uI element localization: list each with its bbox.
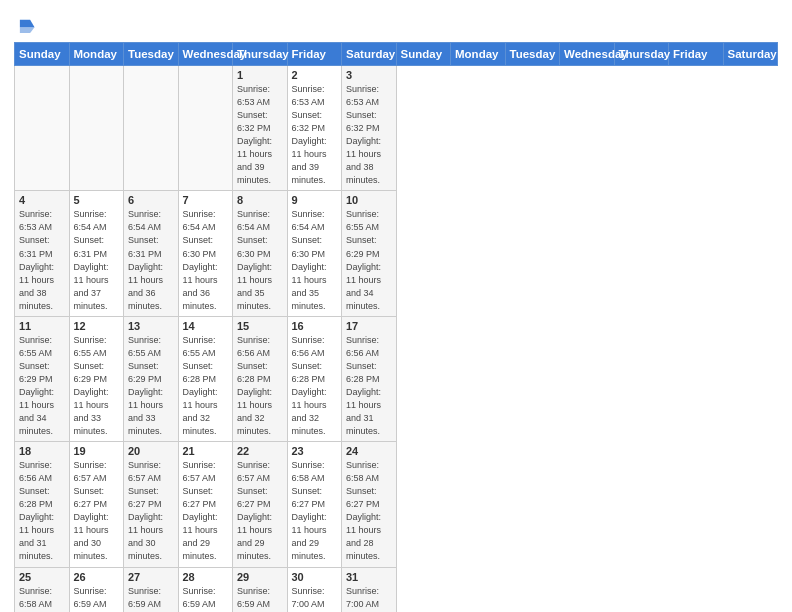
day-info: Sunrise: 7:00 AM Sunset: 6:26 PM Dayligh… [292, 585, 338, 613]
col-header-saturday: Saturday [723, 43, 778, 66]
day-number: 10 [346, 194, 392, 206]
day-info: Sunrise: 6:56 AM Sunset: 6:28 PM Dayligh… [19, 459, 65, 563]
calendar-cell: 3Sunrise: 6:53 AM Sunset: 6:32 PM Daylig… [342, 66, 397, 191]
calendar-cell: 4Sunrise: 6:53 AM Sunset: 6:31 PM Daylig… [15, 191, 70, 316]
calendar-cell: 13Sunrise: 6:55 AM Sunset: 6:29 PM Dayli… [124, 316, 179, 441]
day-info: Sunrise: 6:53 AM Sunset: 6:31 PM Dayligh… [19, 208, 65, 312]
day-number: 25 [19, 571, 65, 583]
col-header-friday: Friday [669, 43, 724, 66]
day-number: 31 [346, 571, 392, 583]
day-number: 6 [128, 194, 174, 206]
day-number: 20 [128, 445, 174, 457]
day-info: Sunrise: 6:59 AM Sunset: 6:26 PM Dayligh… [237, 585, 283, 613]
page: SundayMondayTuesdayWednesdayThursdayFrid… [0, 0, 792, 612]
day-info: Sunrise: 6:54 AM Sunset: 6:30 PM Dayligh… [237, 208, 283, 312]
day-info: Sunrise: 6:55 AM Sunset: 6:29 PM Dayligh… [74, 334, 120, 438]
calendar-cell: 19Sunrise: 6:57 AM Sunset: 6:27 PM Dayli… [69, 442, 124, 567]
calendar-table: SundayMondayTuesdayWednesdayThursdayFrid… [14, 42, 778, 612]
day-number: 1 [237, 69, 283, 81]
day-info: Sunrise: 6:56 AM Sunset: 6:28 PM Dayligh… [292, 334, 338, 438]
calendar-cell: 25Sunrise: 6:58 AM Sunset: 6:27 PM Dayli… [15, 567, 70, 612]
col-header-tuesday: Tuesday [124, 43, 179, 66]
calendar-cell: 17Sunrise: 6:56 AM Sunset: 6:28 PM Dayli… [342, 316, 397, 441]
calendar-week-5: 25Sunrise: 6:58 AM Sunset: 6:27 PM Dayli… [15, 567, 778, 612]
day-number: 26 [74, 571, 120, 583]
svg-marker-0 [20, 20, 35, 27]
calendar-cell: 11Sunrise: 6:55 AM Sunset: 6:29 PM Dayli… [15, 316, 70, 441]
day-info: Sunrise: 6:59 AM Sunset: 6:26 PM Dayligh… [183, 585, 229, 613]
day-info: Sunrise: 6:58 AM Sunset: 6:27 PM Dayligh… [292, 459, 338, 563]
col-header-monday: Monday [69, 43, 124, 66]
calendar-cell: 21Sunrise: 6:57 AM Sunset: 6:27 PM Dayli… [178, 442, 233, 567]
calendar-cell: 10Sunrise: 6:55 AM Sunset: 6:29 PM Dayli… [342, 191, 397, 316]
day-number: 3 [346, 69, 392, 81]
day-number: 12 [74, 320, 120, 332]
calendar-week-1: 1Sunrise: 6:53 AM Sunset: 6:32 PM Daylig… [15, 66, 778, 191]
day-number: 18 [19, 445, 65, 457]
calendar-cell: 26Sunrise: 6:59 AM Sunset: 6:27 PM Dayli… [69, 567, 124, 612]
col-header-saturday: Saturday [342, 43, 397, 66]
col-header-friday: Friday [287, 43, 342, 66]
day-number: 11 [19, 320, 65, 332]
day-info: Sunrise: 6:57 AM Sunset: 6:27 PM Dayligh… [237, 459, 283, 563]
calendar-cell [124, 66, 179, 191]
logo-icon [14, 14, 36, 36]
calendar-week-4: 18Sunrise: 6:56 AM Sunset: 6:28 PM Dayli… [15, 442, 778, 567]
col-header-wednesday: Wednesday [178, 43, 233, 66]
calendar-cell: 28Sunrise: 6:59 AM Sunset: 6:26 PM Dayli… [178, 567, 233, 612]
day-number: 29 [237, 571, 283, 583]
day-number: 27 [128, 571, 174, 583]
day-number: 21 [183, 445, 229, 457]
day-info: Sunrise: 6:57 AM Sunset: 6:27 PM Dayligh… [183, 459, 229, 563]
day-info: Sunrise: 6:57 AM Sunset: 6:27 PM Dayligh… [74, 459, 120, 563]
calendar-cell: 30Sunrise: 7:00 AM Sunset: 6:26 PM Dayli… [287, 567, 342, 612]
calendar-cell: 7Sunrise: 6:54 AM Sunset: 6:30 PM Daylig… [178, 191, 233, 316]
day-info: Sunrise: 6:58 AM Sunset: 6:27 PM Dayligh… [346, 459, 392, 563]
col-header-thursday: Thursday [614, 43, 669, 66]
calendar-cell: 12Sunrise: 6:55 AM Sunset: 6:29 PM Dayli… [69, 316, 124, 441]
header [14, 10, 778, 36]
calendar-cell: 24Sunrise: 6:58 AM Sunset: 6:27 PM Dayli… [342, 442, 397, 567]
day-info: Sunrise: 6:55 AM Sunset: 6:29 PM Dayligh… [346, 208, 392, 312]
day-info: Sunrise: 6:57 AM Sunset: 6:27 PM Dayligh… [128, 459, 174, 563]
calendar-week-3: 11Sunrise: 6:55 AM Sunset: 6:29 PM Dayli… [15, 316, 778, 441]
day-number: 4 [19, 194, 65, 206]
calendar-cell [178, 66, 233, 191]
calendar-week-2: 4Sunrise: 6:53 AM Sunset: 6:31 PM Daylig… [15, 191, 778, 316]
calendar-cell [15, 66, 70, 191]
day-number: 5 [74, 194, 120, 206]
calendar-cell: 31Sunrise: 7:00 AM Sunset: 6:26 PM Dayli… [342, 567, 397, 612]
day-number: 17 [346, 320, 392, 332]
day-info: Sunrise: 6:55 AM Sunset: 6:28 PM Dayligh… [183, 334, 229, 438]
calendar-cell: 16Sunrise: 6:56 AM Sunset: 6:28 PM Dayli… [287, 316, 342, 441]
calendar-cell: 22Sunrise: 6:57 AM Sunset: 6:27 PM Dayli… [233, 442, 288, 567]
svg-marker-1 [20, 27, 35, 33]
day-number: 24 [346, 445, 392, 457]
day-number: 19 [74, 445, 120, 457]
calendar-cell: 2Sunrise: 6:53 AM Sunset: 6:32 PM Daylig… [287, 66, 342, 191]
day-info: Sunrise: 6:55 AM Sunset: 6:29 PM Dayligh… [128, 334, 174, 438]
calendar-cell: 1Sunrise: 6:53 AM Sunset: 6:32 PM Daylig… [233, 66, 288, 191]
day-info: Sunrise: 6:58 AM Sunset: 6:27 PM Dayligh… [19, 585, 65, 613]
day-number: 13 [128, 320, 174, 332]
col-header-monday: Monday [451, 43, 506, 66]
day-number: 14 [183, 320, 229, 332]
day-info: Sunrise: 6:54 AM Sunset: 6:31 PM Dayligh… [74, 208, 120, 312]
day-number: 2 [292, 69, 338, 81]
day-info: Sunrise: 6:55 AM Sunset: 6:29 PM Dayligh… [19, 334, 65, 438]
calendar-cell: 9Sunrise: 6:54 AM Sunset: 6:30 PM Daylig… [287, 191, 342, 316]
col-header-wednesday: Wednesday [560, 43, 615, 66]
day-info: Sunrise: 6:59 AM Sunset: 6:27 PM Dayligh… [128, 585, 174, 613]
day-number: 8 [237, 194, 283, 206]
calendar-header-row: SundayMondayTuesdayWednesdayThursdayFrid… [15, 43, 778, 66]
col-header-tuesday: Tuesday [505, 43, 560, 66]
day-number: 15 [237, 320, 283, 332]
day-number: 9 [292, 194, 338, 206]
day-info: Sunrise: 6:53 AM Sunset: 6:32 PM Dayligh… [292, 83, 338, 187]
day-info: Sunrise: 6:53 AM Sunset: 6:32 PM Dayligh… [346, 83, 392, 187]
day-number: 28 [183, 571, 229, 583]
calendar-cell: 14Sunrise: 6:55 AM Sunset: 6:28 PM Dayli… [178, 316, 233, 441]
day-info: Sunrise: 6:53 AM Sunset: 6:32 PM Dayligh… [237, 83, 283, 187]
calendar-cell: 20Sunrise: 6:57 AM Sunset: 6:27 PM Dayli… [124, 442, 179, 567]
calendar-cell: 15Sunrise: 6:56 AM Sunset: 6:28 PM Dayli… [233, 316, 288, 441]
